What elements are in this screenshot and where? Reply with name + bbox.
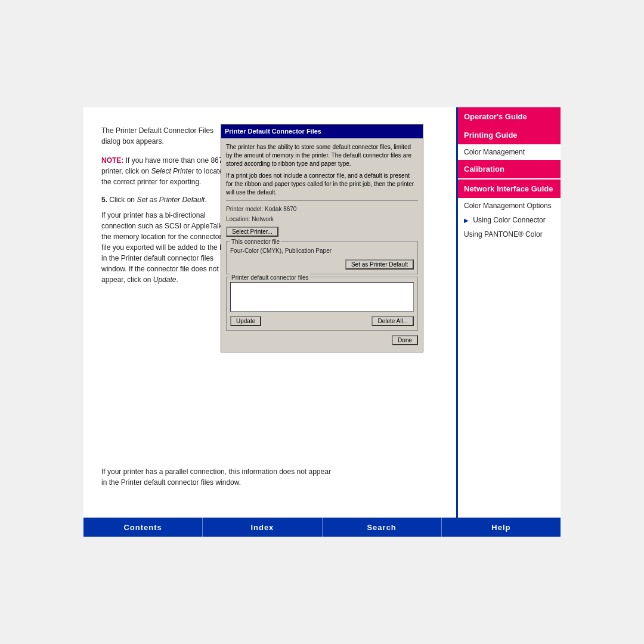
sidebar-printing-guide[interactable]: Printing Guide [458,126,561,144]
dialog-default-files-group: Printer default connector files Update D… [226,277,418,331]
dialog-screenshot: Printer Default Connector Files The prin… [221,124,423,352]
dialog-set-default-btn[interactable]: Set as Printer Default [345,259,414,270]
sidebar-sub-color-mgmt-options[interactable]: Color Management Options [458,198,561,212]
dialog-default-files-label: Printer default connector files [230,273,310,282]
step-5: 5. Click on Set as Printer Default. [101,194,230,205]
note-label: NOTE: [101,156,123,165]
dialog-connector-value: Four-Color (CMYK), Publication Paper [230,246,414,255]
dialog-desc1: The printer has the ability to store som… [226,143,418,168]
main-content: The Printer Default Connector Files dial… [83,107,561,518]
dialog-sep [226,200,418,201]
bottom-bar: Contents Index Search Help [83,518,561,537]
dialog-body: The printer has the ability to store som… [221,138,423,352]
sidebar-sub-using-pantone[interactable]: Using PANTONE® Color [458,227,561,241]
left-text-column: The Printer Default Connector Files dial… [101,125,230,285]
bottom-index-btn[interactable]: Index [203,518,322,537]
dialog-desc2: If a print job does not include a connec… [226,172,418,197]
intro-text: The Printer Default Connector Files dial… [101,125,230,147]
dialog-location: Location: Network [226,215,418,224]
body-para: If your printer has a bi-directional con… [101,210,230,285]
footer-para: If your printer has a parallel connectio… [101,466,334,488]
dialog-select-printer-btn[interactable]: Select Printer... [226,227,278,237]
sidebar-operators-guide[interactable]: Operator's Guide [458,107,561,126]
sidebar-color-management[interactable]: Color Management [458,144,561,159]
bottom-contents-btn[interactable]: Contents [83,518,203,537]
dialog-titlebar: Printer Default Connector Files [221,125,423,138]
dialog-box: Printer Default Connector Files The prin… [221,124,423,352]
dialog-update-btn[interactable]: Update [230,316,261,326]
content-area: The Printer Default Connector Files dial… [83,107,456,518]
sidebar: Operator's Guide Printing Guide Color Ma… [456,107,561,518]
bottom-help-btn[interactable]: Help [442,518,561,537]
dialog-connector-group-label: This connector file [230,237,281,246]
note-line: NOTE: If you have more than one 8670 pri… [101,155,230,187]
sidebar-sub-using-color-connector[interactable]: Using Color Connector [458,212,561,227]
dialog-printer-model: Printer model: Kodak 8670 [226,205,418,213]
dialog-delete-btn[interactable]: Delete All... [371,316,414,326]
dialog-list [230,282,414,312]
sidebar-calibration[interactable]: Calibration [458,160,561,178]
sidebar-network-interface[interactable]: Network Interface Guide [458,179,561,198]
footer-area: If your printer has a parallel connectio… [101,462,334,488]
page-container: The Printer Default Connector Files dial… [83,107,561,537]
dialog-done-btn[interactable]: Done [392,335,418,345]
dialog-connector-group: This connector file Four-Color (CMYK), P… [226,241,418,274]
bottom-search-btn[interactable]: Search [323,518,442,537]
dialog-bottom-btns: Update Delete All... [230,314,414,328]
